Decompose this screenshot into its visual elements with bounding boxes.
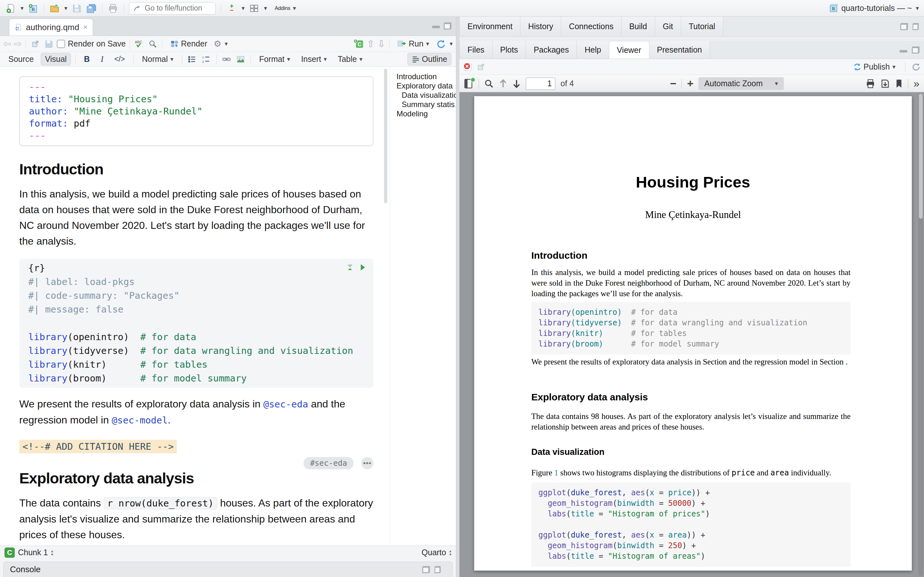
- bulleted-list-icon[interactable]: [187, 53, 198, 66]
- outline-item-modeling[interactable]: Modeling: [397, 109, 456, 118]
- goto-file-input[interactable]: [145, 4, 209, 13]
- pdf-zoom-out-icon[interactable]: −: [670, 77, 677, 90]
- new-file-icon[interactable]: [5, 2, 16, 15]
- pdf-more-tools-icon[interactable]: »: [913, 77, 919, 90]
- editor-scrollbar[interactable]: [384, 69, 387, 203]
- numbered-list-icon[interactable]: 12: [201, 53, 212, 66]
- spellcheck-icon[interactable]: ABC: [134, 37, 145, 50]
- console-header[interactable]: Console: [3, 562, 453, 577]
- run-button[interactable]: Run ▾: [393, 38, 433, 50]
- version-control-diff-icon[interactable]: +−: [226, 2, 237, 15]
- new-file-caret-icon[interactable]: ▾: [21, 5, 24, 12]
- top-pane-maximize-icon[interactable]: [913, 23, 919, 30]
- pdf-page-down-icon[interactable]: [512, 79, 521, 89]
- popout-window-icon[interactable]: [30, 37, 41, 50]
- doc-mode-label[interactable]: Quarto: [422, 548, 446, 557]
- pdf-sidebar-toggle-icon[interactable]: [464, 79, 473, 89]
- addins-menu[interactable]: Addins ▾: [271, 3, 300, 13]
- tab-plots[interactable]: Plots: [493, 41, 526, 59]
- project-selector[interactable]: R quarto-tutorials — ~ ▾: [829, 3, 919, 13]
- pdf-print-icon[interactable]: [866, 79, 875, 89]
- chunk-options-icon[interactable]: [346, 263, 354, 271]
- render-on-save-checkbox[interactable]: [57, 40, 65, 48]
- minimize-pane-icon[interactable]: [432, 23, 441, 29]
- pdf-download-icon[interactable]: [880, 79, 890, 89]
- pdf-zoom-in-icon[interactable]: +: [687, 77, 693, 90]
- goto-file-search[interactable]: [129, 2, 216, 15]
- bottom-pane-maximize-icon[interactable]: [912, 47, 919, 53]
- pdf-viewing-area[interactable]: Housing Prices Mine Çetinkaya-Rundel Int…: [459, 92, 924, 577]
- outline-item-data-visualization[interactable]: Data visualization: [397, 90, 456, 100]
- section-more-button[interactable]: •••: [361, 457, 373, 469]
- pdf-zoom-select[interactable]: Automatic Zoom ▾: [698, 77, 784, 90]
- pdf-bookmark-icon[interactable]: [895, 79, 903, 89]
- visual-mode-button[interactable]: Visual: [41, 53, 71, 65]
- outline-item-eda[interactable]: Exploratory data …: [397, 81, 456, 90]
- outline-item-introduction[interactable]: Introduction: [397, 72, 456, 81]
- bold-button[interactable]: B: [80, 53, 94, 65]
- version-control-caret-icon[interactable]: ▾: [242, 5, 245, 12]
- save-all-icon[interactable]: [86, 2, 97, 15]
- outline-toggle-button[interactable]: Outline: [407, 53, 451, 65]
- pdf-scrollbar[interactable]: [918, 93, 923, 576]
- tab-git[interactable]: Git: [655, 17, 681, 36]
- publish-button[interactable]: Publish ▾: [849, 61, 899, 73]
- source-rerun-icon[interactable]: [435, 37, 446, 50]
- render-button[interactable]: Render: [166, 38, 211, 50]
- back-icon[interactable]: ⇦: [3, 38, 11, 49]
- tab-help[interactable]: Help: [577, 41, 609, 59]
- tab-packages[interactable]: Packages: [526, 41, 577, 59]
- open-file-caret-icon[interactable]: ▾: [65, 5, 68, 12]
- source-caret-icon[interactable]: ▾: [449, 40, 453, 47]
- forward-icon[interactable]: ⇨: [14, 38, 22, 49]
- chunk-spinner-icon[interactable]: ▴▾: [51, 549, 53, 556]
- go-next-section-icon[interactable]: ⇩: [377, 38, 385, 49]
- tab-history[interactable]: History: [520, 17, 561, 36]
- find-replace-icon[interactable]: [147, 37, 158, 50]
- workspace-panes-icon[interactable]: [249, 2, 260, 15]
- save-doc-icon[interactable]: [43, 37, 54, 50]
- new-project-icon[interactable]: R: [27, 2, 39, 15]
- tab-viewer[interactable]: Viewer: [609, 41, 649, 59]
- viewer-popout-icon[interactable]: [477, 63, 485, 71]
- open-file-icon[interactable]: [49, 2, 60, 15]
- tab-build[interactable]: Build: [622, 17, 655, 36]
- r-code-chunk[interactable]: {r}#| label: load-pkgs#| code-summary: "…: [19, 259, 373, 388]
- tab-authoring-qmd[interactable]: authoring.qmd ×: [9, 19, 93, 35]
- pdf-search-icon[interactable]: [484, 79, 494, 89]
- print-icon[interactable]: [107, 2, 118, 15]
- tab-connections[interactable]: Connections: [561, 17, 622, 36]
- insert-menu[interactable]: Insert▾: [297, 53, 330, 65]
- mode-spinner-icon[interactable]: ▴▾: [449, 549, 451, 556]
- pdf-scrollbar-thumb[interactable]: [919, 93, 923, 219]
- tab-close-icon[interactable]: ×: [83, 23, 87, 32]
- insert-chunk-icon[interactable]: C: [353, 37, 364, 50]
- console-maximize-icon[interactable]: [435, 566, 441, 573]
- pdf-page-number-input[interactable]: [526, 77, 556, 90]
- maximize-pane-icon[interactable]: [444, 23, 451, 29]
- tab-environment[interactable]: Environment: [459, 17, 520, 36]
- viewer-refresh-icon[interactable]: [911, 63, 920, 71]
- save-icon[interactable]: [71, 2, 82, 15]
- tab-files[interactable]: Files: [459, 41, 493, 59]
- tab-presentation[interactable]: Presentation: [649, 41, 710, 59]
- citation-comment[interactable]: <!--# ADD CITATION HERE -->: [19, 440, 177, 453]
- top-pane-restore-icon[interactable]: [900, 23, 908, 30]
- chunk-position-label[interactable]: Chunk 1: [18, 548, 48, 557]
- render-settings-caret-icon[interactable]: ▾: [225, 40, 228, 47]
- code-button[interactable]: </>: [110, 53, 129, 65]
- insert-image-icon[interactable]: [235, 53, 246, 66]
- bottom-pane-minimize-icon[interactable]: [900, 47, 908, 53]
- panes-caret-icon[interactable]: ▾: [264, 5, 267, 12]
- run-chunk-icon[interactable]: [359, 263, 367, 271]
- format-menu[interactable]: Format▾: [255, 53, 294, 65]
- yaml-front-matter[interactable]: ---title: "Housing Prices"author: "Mine …: [19, 76, 373, 146]
- render-settings-gear-icon[interactable]: ⚙: [214, 39, 221, 49]
- paragraph-style-select[interactable]: Normal▾: [138, 53, 178, 65]
- source-mode-button[interactable]: Source: [5, 53, 37, 65]
- console-restore-icon[interactable]: [422, 566, 430, 573]
- tab-tutorial[interactable]: Tutorial: [681, 17, 723, 36]
- visual-editor-document[interactable]: ---title: "Housing Prices"author: "Mine …: [0, 67, 456, 546]
- pdf-page-up-icon[interactable]: [499, 79, 507, 89]
- table-menu[interactable]: Table▾: [334, 53, 366, 65]
